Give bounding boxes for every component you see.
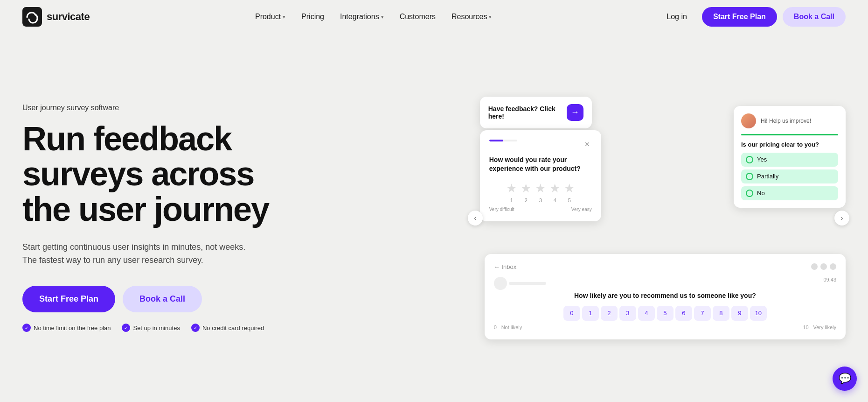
nps-8[interactable]: 8 <box>713 306 729 321</box>
nav-item-pricing[interactable]: Pricing <box>295 9 331 25</box>
check-icon: ✓ <box>191 324 200 332</box>
avatar <box>741 113 756 128</box>
avatar <box>494 277 507 290</box>
progress-bar <box>489 140 517 141</box>
carousel-prev-arrow[interactable]: ‹ <box>468 211 483 226</box>
nav-item-integrations[interactable]: Integrations ▾ <box>333 9 390 25</box>
option-partially[interactable]: Partially <box>741 169 838 183</box>
nps-meta: 09:43 <box>494 277 836 290</box>
more-icon <box>830 263 836 270</box>
nps-6[interactable]: 6 <box>675 306 692 321</box>
login-button[interactable]: Log in <box>657 8 696 26</box>
nav-links: Product ▾ Pricing Integrations ▾ Custome… <box>249 9 499 25</box>
badge-no-time-limit: ✓ No time limit on the free plan <box>22 324 111 332</box>
star-1[interactable]: ★1 <box>506 181 517 203</box>
hero-badges: ✓ No time limit on the free plan ✓ Set u… <box>22 324 457 332</box>
progress-bar-fill <box>489 140 503 141</box>
inbox-label: ← Inbox <box>494 263 516 270</box>
hero-ui-preview: ‹ Have feedback? Click here! → ✕ How wou… <box>475 97 846 339</box>
settings-icon <box>820 263 827 270</box>
hero-section: User journey survey software Run feedbac… <box>0 34 868 402</box>
nps-footer: 0 - Not likely 10 - Very likely <box>494 324 836 330</box>
nps-label-right: 10 - Very likely <box>803 324 836 330</box>
nps-card: ← Inbox 09:43 How likely are you to reco… <box>485 254 846 339</box>
grid-icon <box>811 263 818 270</box>
hero-subtitle: Start getting continuous user insights i… <box>22 240 457 268</box>
nps-label-left: 0 - Not likely <box>494 324 522 330</box>
pricing-options: Yes Partially No <box>741 153 838 200</box>
nps-0[interactable]: 0 <box>563 306 580 321</box>
nps-2[interactable]: 2 <box>601 306 618 321</box>
nav-actions: Log in Start Free Plan Book a Call <box>657 7 846 27</box>
nps-header: ← Inbox <box>494 263 836 270</box>
green-progress-bar <box>741 134 838 135</box>
feedback-widget-card: Have feedback? Click here! → <box>480 97 592 128</box>
feedback-widget-arrow-button[interactable]: → <box>567 104 583 121</box>
stars-row: ★1 ★2 ★3 ★4 ★5 <box>489 181 592 203</box>
nav-item-customers[interactable]: Customers <box>393 9 442 25</box>
book-call-button-nav[interactable]: Book a Call <box>783 7 846 27</box>
hero-content: User journey survey software Run feedbac… <box>22 104 475 332</box>
chevron-down-icon: ▾ <box>489 14 492 20</box>
arrow-right-icon: → <box>571 107 579 117</box>
nav-item-resources[interactable]: Resources ▾ <box>445 9 498 25</box>
carousel-next-arrow[interactable]: › <box>834 211 849 226</box>
chat-bubble-button[interactable]: 💬 <box>833 367 857 391</box>
nps-3[interactable]: 3 <box>619 306 636 321</box>
star-4[interactable]: ★4 <box>549 181 560 203</box>
svg-rect-0 <box>22 7 42 27</box>
radio-icon <box>746 190 753 197</box>
start-free-plan-button[interactable]: Start Free Plan <box>702 7 777 27</box>
logo[interactable]: survicate <box>22 7 90 27</box>
radio-icon <box>746 156 753 163</box>
nps-9[interactable]: 9 <box>731 306 748 321</box>
feedback-widget-text: Have feedback? Click here! <box>488 105 562 120</box>
nps-7[interactable]: 7 <box>694 306 711 321</box>
star-icon: ★ <box>564 181 575 196</box>
rate-question: How would you rate your experience with … <box>489 155 592 174</box>
chevron-down-icon: ▾ <box>381 14 384 20</box>
stars-label-right: Very easy <box>571 207 592 212</box>
option-partially-label: Partially <box>757 173 778 180</box>
pricing-question: Is our pricing clear to you? <box>741 141 838 148</box>
card-rate-header: ✕ <box>489 140 592 149</box>
nav-item-product[interactable]: Product ▾ <box>249 9 292 25</box>
nps-1[interactable]: 1 <box>582 306 599 321</box>
star-icon: ★ <box>506 181 517 196</box>
radio-icon <box>746 173 753 180</box>
logo-text: survicate <box>47 11 90 23</box>
stars-label-left: Very difficult <box>489 207 514 212</box>
nps-timestamp: 09:43 <box>823 277 836 290</box>
nps-10[interactable]: 10 <box>750 306 767 321</box>
nps-scale: 0 1 2 3 4 5 6 7 8 9 10 <box>494 306 836 321</box>
avatar-greeting: Hi! Help us improve! <box>761 118 811 124</box>
stars-labels: Very difficult Very easy <box>489 207 592 212</box>
star-3[interactable]: ★3 <box>535 181 546 203</box>
check-icon: ✓ <box>122 324 130 332</box>
chat-icon: 💬 <box>839 373 851 385</box>
hero-title: Run feedback surveys across the user jou… <box>22 121 457 227</box>
option-yes-label: Yes <box>757 156 767 163</box>
nps-5[interactable]: 5 <box>657 306 674 321</box>
star-icon: ★ <box>521 181 531 196</box>
rate-experience-card: ✕ How would you rate your experience wit… <box>480 130 601 221</box>
start-free-plan-hero-button[interactable]: Start Free Plan <box>22 286 115 312</box>
close-icon[interactable]: ✕ <box>583 140 592 149</box>
book-call-hero-button[interactable]: Book a Call <box>123 286 202 312</box>
pricing-clear-card: Hi! Help us improve! Is our pricing clea… <box>734 106 846 208</box>
badge-setup: ✓ Set up in minutes <box>122 324 180 332</box>
nps-question: How likely are you to recommend us to so… <box>494 292 836 299</box>
option-yes[interactable]: Yes <box>741 153 838 167</box>
star-2[interactable]: ★2 <box>521 181 531 203</box>
hero-tag: User journey survey software <box>22 104 457 112</box>
nps-icons <box>811 263 836 270</box>
check-icon: ✓ <box>22 324 31 332</box>
hero-buttons: Start Free Plan Book a Call <box>22 286 457 312</box>
nps-4[interactable]: 4 <box>638 306 655 321</box>
star-icon: ★ <box>549 181 560 196</box>
option-no[interactable]: No <box>741 186 838 200</box>
badge-no-credit-card: ✓ No credit card required <box>191 324 264 332</box>
star-5[interactable]: ★5 <box>564 181 575 203</box>
option-no-label: No <box>757 190 765 197</box>
main-nav: survicate Product ▾ Pricing Integrations… <box>0 0 868 34</box>
